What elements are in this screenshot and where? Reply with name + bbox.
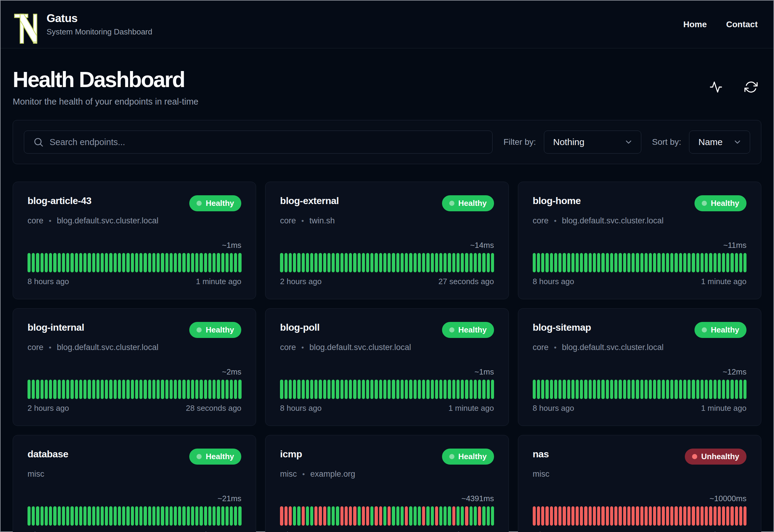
history-bar xyxy=(323,253,326,272)
history-bar xyxy=(405,506,408,526)
history-bar xyxy=(541,253,544,272)
history-bar xyxy=(165,380,168,399)
status-label: Healthy xyxy=(458,452,487,461)
nav-link-home[interactable]: Home xyxy=(683,20,707,29)
history-bar xyxy=(601,506,604,526)
history-bar xyxy=(327,506,330,526)
history-bar xyxy=(589,506,592,526)
endpoint-card[interactable]: icmp Healthy misc • example.org ~4391ms … xyxy=(265,435,509,532)
history-bar xyxy=(182,253,185,272)
history-bar xyxy=(49,506,52,526)
history-bar xyxy=(217,506,220,526)
history-bar xyxy=(195,253,198,272)
history-end: 1 minute ago xyxy=(701,277,746,286)
uptime-history-bars xyxy=(533,380,746,399)
history-bar xyxy=(470,380,473,399)
status-dot-icon xyxy=(197,201,202,206)
history-bar xyxy=(148,253,151,272)
history-bar xyxy=(435,380,438,399)
history-bar xyxy=(735,253,738,272)
endpoint-subtitle: core • blog.default.svc.cluster.local xyxy=(28,343,241,352)
history-bar xyxy=(701,380,704,399)
history-range: 2 hours ago 28 seconds ago xyxy=(28,404,241,413)
history-bar xyxy=(383,253,386,272)
history-bar xyxy=(101,506,104,526)
history-bar xyxy=(332,380,335,399)
sort-select[interactable]: Name xyxy=(689,131,750,154)
history-bar xyxy=(118,253,121,272)
history-bar xyxy=(345,380,348,399)
history-bar xyxy=(705,253,708,272)
endpoint-subtitle: core • blog.default.svc.cluster.local xyxy=(280,343,494,352)
subtitle-separator: • xyxy=(554,343,556,352)
history-bar xyxy=(662,253,665,272)
latency-value: ~10000ms xyxy=(533,494,746,503)
endpoint-host: twin.sh xyxy=(309,216,335,225)
history-bar xyxy=(319,253,322,272)
history-bar xyxy=(332,253,335,272)
history-bar xyxy=(297,253,300,272)
history-bar xyxy=(396,506,399,526)
history-bar xyxy=(662,506,665,526)
history-bar xyxy=(448,380,451,399)
history-bar xyxy=(487,380,490,399)
history-bar xyxy=(533,506,536,526)
endpoint-card[interactable]: blog-internal Healthy core • blog.defaul… xyxy=(13,308,256,426)
history-bar xyxy=(396,253,399,272)
history-bar xyxy=(679,506,682,526)
history-bar xyxy=(314,253,317,272)
history-bar xyxy=(418,506,421,526)
endpoint-card[interactable]: blog-poll Healthy core • blog.default.sv… xyxy=(265,308,509,426)
history-bar xyxy=(41,380,44,399)
endpoint-card[interactable]: blog-article-43 Healthy core • blog.defa… xyxy=(13,182,256,299)
filter-label: Filter by: xyxy=(503,137,536,147)
history-bar xyxy=(126,253,129,272)
history-bar xyxy=(332,506,335,526)
history-bar xyxy=(53,506,56,526)
history-bar xyxy=(470,506,473,526)
history-bar xyxy=(576,380,579,399)
navbar: Gatus System Monitoring Dashboard Home C… xyxy=(1,1,773,48)
endpoint-card[interactable]: blog-home Healthy core • blog.default.sv… xyxy=(518,182,761,299)
history-bar xyxy=(545,506,548,526)
endpoint-card[interactable]: blog-sitemap Healthy core • blog.default… xyxy=(518,308,761,426)
history-bar xyxy=(383,506,386,526)
history-bar xyxy=(645,380,648,399)
endpoint-card[interactable]: nas Unhealthy misc ~10000ms 8 hours ago … xyxy=(518,435,761,532)
history-bar xyxy=(226,253,229,272)
history-bar xyxy=(465,506,468,526)
refresh-icon[interactable] xyxy=(744,80,758,94)
chevron-down-icon xyxy=(733,138,742,147)
history-bar xyxy=(627,506,630,526)
history-bar xyxy=(662,380,665,399)
activity-icon[interactable] xyxy=(709,80,723,94)
brand-block: Gatus System Monitoring Dashboard xyxy=(47,12,152,37)
history-bar xyxy=(457,506,460,526)
uptime-history-bars xyxy=(280,380,494,399)
history-bar xyxy=(409,253,412,272)
endpoint-card[interactable]: blog-external Healthy core • twin.sh ~14… xyxy=(265,182,509,299)
history-bar xyxy=(470,253,473,272)
history-bar xyxy=(310,506,313,526)
search-input[interactable] xyxy=(24,131,493,154)
history-bar xyxy=(593,506,596,526)
status-badge: Healthy xyxy=(442,195,494,211)
history-bar xyxy=(739,253,742,272)
latency-value: ~21ms xyxy=(28,494,241,503)
history-range: 8 hours ago 2 minutes ago xyxy=(28,530,241,532)
history-bar xyxy=(448,253,451,272)
endpoint-card[interactable]: database Healthy misc ~21ms 8 hours ago … xyxy=(13,435,256,532)
history-bar xyxy=(204,253,207,272)
endpoint-group: core xyxy=(280,216,296,225)
nav-link-contact[interactable]: Contact xyxy=(726,20,758,29)
history-bar xyxy=(657,380,660,399)
history-bar xyxy=(195,506,198,526)
history-bar xyxy=(148,380,151,399)
subtitle-separator: • xyxy=(302,470,305,478)
history-bar xyxy=(314,380,317,399)
history-bar xyxy=(109,380,112,399)
history-bar xyxy=(53,380,56,399)
history-bar xyxy=(645,506,648,526)
history-bar xyxy=(323,380,326,399)
filter-select[interactable]: Nothing xyxy=(544,131,641,154)
